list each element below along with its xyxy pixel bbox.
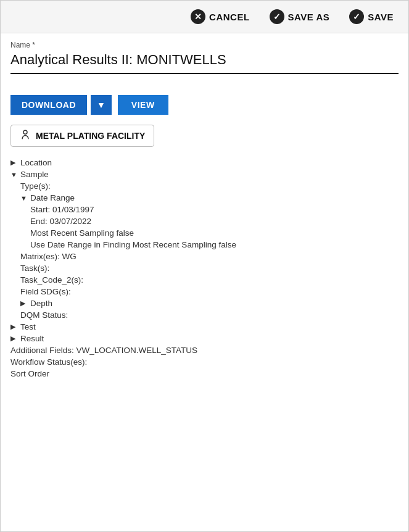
start-label: Start: 01/03/1997 <box>30 205 94 214</box>
daterange-arrow: ▼ <box>20 194 28 202</box>
daterange-label: Date Range <box>30 193 75 202</box>
name-field-label: Name * <box>10 41 399 49</box>
result-arrow: ▶ <box>10 335 18 343</box>
cancel-label: CANCEL <box>209 12 250 22</box>
save-button[interactable]: ✓ SAVE <box>344 7 399 27</box>
tree-taskcode: Task_Code_2(s): <box>20 274 399 286</box>
tree-usedaterange: Use Date Range in Finding Most Recent Sa… <box>30 239 399 251</box>
location-arrow: ▶ <box>10 159 18 167</box>
saveas-icon: ✓ <box>270 9 284 24</box>
tree-test: ▶ Test <box>10 321 399 333</box>
tree-tasks: Task(s): <box>20 262 399 274</box>
facility-label: METAL PLATING FACILITY <box>36 131 145 141</box>
mostrecent-label: Most Recent Sampling false <box>30 228 134 238</box>
name-field-value: Analytical Results II: MONITWELLS <box>10 52 399 74</box>
tree-start: Start: 01/03/1997 <box>30 204 399 215</box>
depth-arrow: ▶ <box>20 299 28 307</box>
sortorder-label: Sort Order <box>10 369 49 378</box>
cancel-icon: ✕ <box>191 9 205 24</box>
tree-depth: ▶ Depth <box>20 297 399 309</box>
tree-dqm: DQM Status: <box>20 309 399 321</box>
svg-point-0 <box>23 130 27 134</box>
tree-end: End: 03/07/2022 <box>30 215 399 227</box>
tree-sample: ▼ Sample <box>10 168 399 180</box>
taskcode-label: Task_Code_2(s): <box>20 275 83 285</box>
download-button[interactable]: DOWNLOAD <box>10 95 87 115</box>
action-row: DOWNLOAD ▼ VIEW <box>1 84 408 122</box>
save-label: SAVE <box>368 12 394 22</box>
dqm-label: DQM Status: <box>20 310 68 320</box>
tree-additionalfields: Additional Fields: VW_LOCATION.WELL_STAT… <box>10 344 399 356</box>
tree-location: ▶ Location <box>10 157 399 168</box>
depth-label: Depth <box>30 299 52 308</box>
facility-tag[interactable]: METAL PLATING FACILITY <box>10 125 154 147</box>
additionalfields-label: Additional Fields: VW_LOCATION.WELL_STAT… <box>10 346 197 355</box>
tree-matrices: Matrix(es): WG <box>20 251 399 262</box>
tree-container: ▶ Location ▼ Sample Type(s): ▼ Date Rang… <box>1 154 408 389</box>
save-as-button[interactable]: ✓ SAVE AS <box>265 7 335 27</box>
tree-daterange: ▼ Date Range <box>20 192 399 204</box>
tree-fieldsdg: Field SDG(s): <box>20 286 399 297</box>
result-label: Result <box>20 334 44 343</box>
tree-workflowstatus: Workflow Status(es): <box>10 356 399 368</box>
save-icon: ✓ <box>349 9 364 24</box>
matrices-label: Matrix(es): WG <box>20 252 76 261</box>
name-section: Name * Analytical Results II: MONITWELLS <box>1 33 408 77</box>
fieldsdg-label: Field SDG(s): <box>20 287 71 296</box>
sample-arrow: ▼ <box>10 171 18 178</box>
tree-mostrecent: Most Recent Sampling false <box>30 227 399 239</box>
workflowstatus-label: Workflow Status(es): <box>10 357 87 367</box>
view-button[interactable]: VIEW <box>118 95 168 115</box>
top-bar: ✕ CANCEL ✓ SAVE AS ✓ SAVE <box>1 1 408 33</box>
cancel-button[interactable]: ✕ CANCEL <box>186 7 255 27</box>
usedaterange-label: Use Date Range in Finding Most Recent Sa… <box>30 240 236 249</box>
sample-label: Sample <box>20 170 49 179</box>
facility-icon <box>20 129 31 143</box>
location-label: Location <box>20 158 52 167</box>
tree-types: Type(s): <box>20 180 399 192</box>
saveas-label: SAVE AS <box>288 12 330 22</box>
dropdown-button[interactable]: ▼ <box>91 95 112 115</box>
tasks-label: Task(s): <box>20 264 49 273</box>
end-label: End: 03/07/2022 <box>30 217 91 226</box>
dropdown-arrow-icon: ▼ <box>97 100 105 110</box>
test-arrow: ▶ <box>10 323 18 331</box>
tree-result: ▶ Result <box>10 333 399 344</box>
test-label: Test <box>20 322 36 331</box>
tree-sortorder: Sort Order <box>10 368 399 380</box>
types-label: Type(s): <box>20 181 51 191</box>
